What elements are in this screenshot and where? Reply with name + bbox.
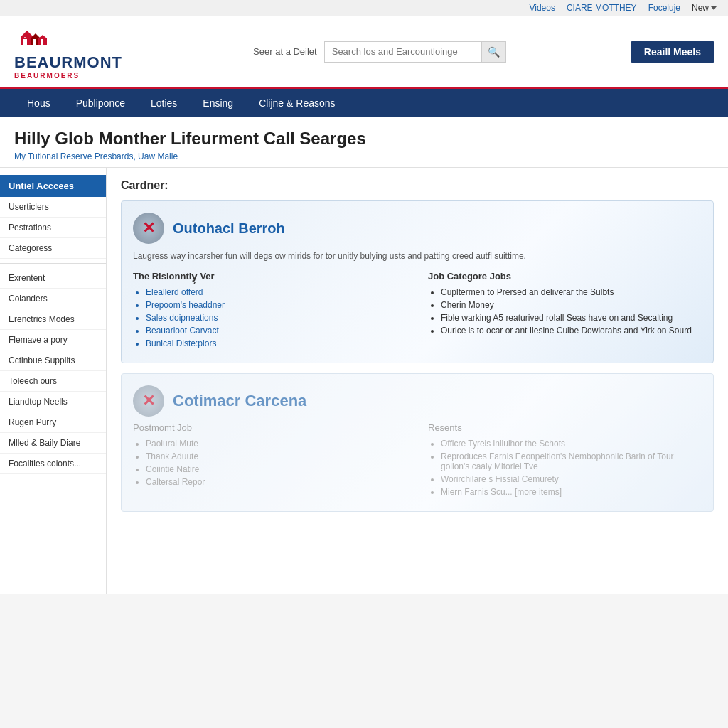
card-1-description: Laugress way incarsher fun will degs ow … <box>133 250 702 262</box>
logo-area: BEAURMONT BEAURMOERS <box>14 23 128 80</box>
sidebar-item-liandtop[interactable]: Liandtop Neells <box>0 392 106 412</box>
top-bar: Videos CIARE MOTTHEY Foceluje New <box>0 0 728 16</box>
main-content: Cardner: Outohacl Berroh Laugress way in… <box>107 168 728 594</box>
card-2-col1-title: Postmomt Job <box>133 422 407 433</box>
section-title: Cardner: <box>121 179 714 192</box>
card-2-col1: Postmomt Job Paoiural Mute Thank Aduute … <box>133 422 407 500</box>
page-title-area: Hilly Glob Monther Lifeurment Call Searg… <box>0 117 728 168</box>
list-item: Miern Farnis Scu... [more items] <box>441 487 702 497</box>
sidebar-item-focalities[interactable]: Focalities colonts... <box>0 454 106 474</box>
card-1-col2-list: Cupltermen to Prersed an deliverar the S… <box>428 287 702 336</box>
card-2-header: Cotimacr Carcena <box>133 385 702 417</box>
sidebar-item-mlled[interactable]: Mlled & Baily Diare <box>0 433 106 454</box>
topbar-new-label: New <box>692 3 709 13</box>
card-1-col1: The Rislonntiy̦ Ver Eleallerd offerd Pre… <box>133 271 407 351</box>
sidebar-item-toleech[interactable]: Toleech ours <box>0 371 106 392</box>
list-item: Cherin Money <box>441 300 702 310</box>
card-2-col2-list: Officre Tyreis iniluihor the Schots Repr… <box>428 439 702 497</box>
sidebar-item-exrentent[interactable]: Exrentent <box>0 268 106 289</box>
nav-hous[interactable]: Hous <box>14 89 63 117</box>
card-1-columns: The Rislonntiy̦ Ver Eleallerd offerd Pre… <box>133 271 702 351</box>
topbar-new-menu[interactable]: New <box>692 3 717 13</box>
card-1-col1-list: Eleallerd offerd Prepoom's headdner Sale… <box>133 287 407 348</box>
list-item: Eleallerd offerd <box>146 287 407 297</box>
list-item: Caltersal Repor <box>146 477 407 487</box>
sidebar-item-categoress[interactable]: Categoress <box>0 238 106 259</box>
logo-svg <box>14 23 57 52</box>
sidebar-item-userticlers[interactable]: Userticlers <box>0 197 106 218</box>
topbar-videos-link[interactable]: Videos <box>529 3 555 13</box>
svg-rect-3 <box>33 39 36 45</box>
card-1-col2-title: Job Categore Jobs <box>428 271 702 282</box>
card-1-icon <box>133 213 164 244</box>
card-2-col2: Resents Officre Tyreis iniluihor the Sch… <box>428 422 702 500</box>
list-item: Ourice is to ocar or ant Ilesine Culbe D… <box>441 326 702 336</box>
search-box: 🔍 <box>324 41 506 63</box>
sidebar-divider <box>0 263 106 264</box>
search-button[interactable]: 🔍 <box>481 42 505 62</box>
sidebar-item-active[interactable]: Untiel Acccees <box>0 175 106 197</box>
card-1-col2: Job Categore Jobs Cupltermen to Prersed … <box>428 271 702 351</box>
sidebar-item-erenctrics[interactable]: Erenctrics Modes <box>0 309 106 330</box>
topbar-foceluje-link[interactable]: Foceluje <box>648 3 680 13</box>
list-item: Beauarloot Carvact <box>146 326 407 336</box>
card-2-columns: Postmomt Job Paoiural Mute Thank Aduute … <box>133 422 702 500</box>
svg-rect-5 <box>41 39 43 45</box>
retail-button[interactable]: Reaill Meels <box>631 41 714 63</box>
sidebar-item-rugen[interactable]: Rugen Purry <box>0 412 106 433</box>
sidebar-item-colanders[interactable]: Colanders <box>0 289 106 309</box>
chevron-down-icon <box>711 6 717 10</box>
search-label: Seer at a Deilet <box>253 46 317 57</box>
card-2: Cotimacr Carcena Postmomt Job Paoiural M… <box>121 373 714 512</box>
logo-icon <box>14 23 57 52</box>
sidebar-item-flemave[interactable]: Flemave a pory <box>0 330 106 350</box>
list-item: Fible warking A5 reaturived rolall Seas … <box>441 313 702 323</box>
sidebar-item-pestrations[interactable]: Pestrations <box>0 218 106 238</box>
card-2-title: Cotimacr Carcena <box>173 392 306 410</box>
svg-rect-1 <box>23 39 27 45</box>
list-item: Reproduces Farnis Eeonpeltion's Nembopho… <box>441 451 702 471</box>
card-2-icon <box>133 385 164 417</box>
card-2-col1-list: Paoiural Mute Thank Aduute Coiintie Nati… <box>133 439 407 487</box>
list-item: Bunical Diste:plors <box>146 338 407 348</box>
main-nav: Hous Publiponce Loties Ensing Clijne & R… <box>0 89 728 117</box>
card-1-col1-title: The Rislonntiy̦ Ver <box>133 271 407 282</box>
nav-ensing[interactable]: Ensing <box>190 89 246 117</box>
card-1: Outohacl Berroh Laugress way incarsher f… <box>121 200 714 363</box>
nav-loties[interactable]: Loties <box>138 89 190 117</box>
list-item: Cupltermen to Prersed an deliverar the S… <box>441 287 702 297</box>
list-item: Sales doipneations <box>146 313 407 323</box>
header: BEAURMONT BEAURMOERS Seer at a Deilet 🔍 … <box>0 16 728 89</box>
page-subtitle: My Tutional Reserve Presbards, Uaw Maile <box>14 151 714 161</box>
topbar-ciare-link[interactable]: CIARE MOTTHEY <box>567 3 637 13</box>
list-item: Coiintie Natire <box>146 464 407 474</box>
list-item: Thank Aduute <box>146 451 407 461</box>
sidebar-item-cctinbue[interactable]: Cctinbue Supplits <box>0 350 106 371</box>
list-item: Prepoom's headdner <box>146 300 407 310</box>
list-item: Paoiural Mute <box>146 439 407 449</box>
search-input[interactable] <box>325 42 481 61</box>
card-2-col2-title: Resents <box>428 422 702 433</box>
nav-clijne[interactable]: Clijne & Reasons <box>246 89 348 117</box>
svg-rect-6 <box>24 37 26 38</box>
search-area: Seer at a Deilet 🔍 <box>142 41 617 63</box>
page-title: Hilly Glob Monther Lifeurment Call Searg… <box>14 129 714 149</box>
brand-sub: BEAURMOERS <box>14 72 80 80</box>
sidebar: Untiel Acccees Userticlers Pestrations C… <box>0 168 107 594</box>
page-subtitle-link[interactable]: My Tutional Reserve Presbards, Uaw Maile <box>14 151 178 161</box>
list-item: Officre Tyreis iniluihor the Schots <box>441 439 702 449</box>
card-1-header: Outohacl Berroh <box>133 213 702 244</box>
list-item: Worirchilare s Fissial Cemurety <box>441 474 702 484</box>
card-1-title: Outohacl Berroh <box>173 220 285 237</box>
brand-name: BEAURMONT <box>14 53 122 72</box>
content-area: Untiel Acccees Userticlers Pestrations C… <box>0 168 728 594</box>
nav-publiponce[interactable]: Publiponce <box>63 89 138 117</box>
